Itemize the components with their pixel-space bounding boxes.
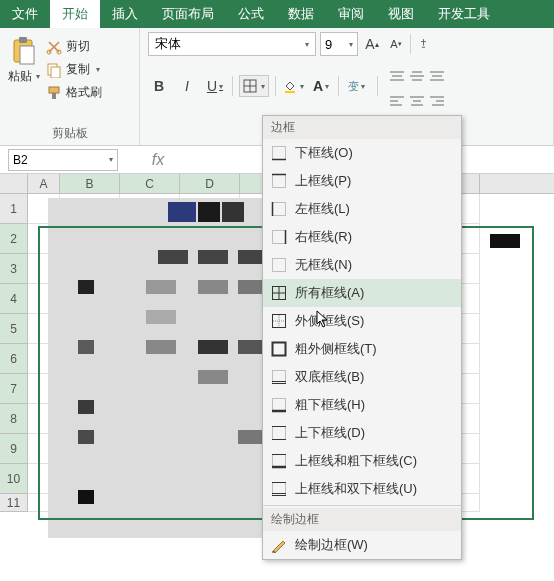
fill-color-button[interactable]: ▾ — [282, 75, 304, 97]
border-button[interactable]: ▾ — [239, 75, 269, 97]
tab-layout[interactable]: 页面布局 — [150, 0, 226, 28]
clipboard-group-label: 剪贴板 — [8, 125, 131, 145]
fx-button[interactable]: fx — [148, 149, 168, 171]
svg-rect-50 — [273, 399, 286, 412]
select-all-corner[interactable] — [0, 174, 28, 193]
border-section-header: 边框 — [263, 116, 461, 139]
border-menu-bottom[interactable]: 下框线(O) — [263, 139, 461, 167]
phonetic-button[interactable] — [410, 34, 430, 54]
tab-review[interactable]: 审阅 — [326, 0, 376, 28]
tab-insert[interactable]: 插入 — [100, 0, 150, 28]
menu-tabs: 文件 开始 插入 页面布局 公式 数据 审阅 视图 开发工具 — [0, 0, 554, 28]
align-right-icon[interactable] — [428, 94, 446, 108]
draw-border-section-header: 绘制边框 — [263, 508, 461, 531]
svg-rect-46 — [273, 343, 286, 356]
row-header-2[interactable]: 2 — [0, 224, 28, 254]
svg-rect-1 — [19, 37, 27, 43]
border-menu-topthickbottom[interactable]: 上框线和粗下框线(C) — [263, 447, 461, 475]
svg-rect-12 — [285, 91, 295, 93]
svg-rect-37 — [273, 231, 286, 244]
align-left-icon[interactable] — [388, 94, 406, 108]
border-menu-left[interactable]: 左框线(L) — [263, 195, 461, 223]
border-menu-all[interactable]: 所有框线(A) — [263, 279, 461, 307]
tab-data[interactable]: 数据 — [276, 0, 326, 28]
svg-rect-7 — [49, 87, 59, 93]
svg-rect-8 — [52, 93, 56, 99]
font-color-button[interactable]: A▾ — [310, 75, 332, 97]
pinyin-button[interactable]: 变▾ — [345, 75, 367, 97]
border-menu-thickbottom[interactable]: 粗下框线(H) — [263, 391, 461, 419]
bold-button[interactable]: B — [148, 75, 170, 97]
align-bottom-icon[interactable] — [428, 70, 446, 84]
svg-rect-31 — [273, 147, 286, 160]
border-menu-outer[interactable]: 外侧框线(S) — [263, 307, 461, 335]
col-header-D[interactable]: D — [180, 174, 240, 193]
row-header-11[interactable]: 11 — [0, 494, 28, 512]
copy-button[interactable]: 复制▾ — [46, 61, 102, 78]
row-header-4[interactable]: 4 — [0, 284, 28, 314]
copy-icon — [46, 62, 62, 78]
row-header-3[interactable]: 3 — [0, 254, 28, 284]
row-header-8[interactable]: 8 — [0, 404, 28, 434]
bucket-icon — [282, 78, 298, 94]
border-menu-draw[interactable]: 绘制边框(W) — [263, 531, 461, 559]
pin-icon — [417, 36, 430, 52]
col-header-B[interactable]: B — [60, 174, 120, 193]
name-box[interactable]: B2▾ — [8, 149, 118, 171]
border-menu-top[interactable]: 上框线(P) — [263, 167, 461, 195]
tab-formula[interactable]: 公式 — [226, 0, 276, 28]
row-header-10[interactable]: 10 — [0, 464, 28, 494]
align-middle-icon[interactable] — [408, 70, 426, 84]
tab-file[interactable]: 文件 — [0, 0, 50, 28]
tab-view[interactable]: 视图 — [376, 0, 426, 28]
italic-button[interactable]: I — [176, 75, 198, 97]
border-menu-dblbottom[interactable]: 双底框线(B) — [263, 363, 461, 391]
col-header-A[interactable]: A — [28, 174, 60, 193]
align-top-icon[interactable] — [388, 70, 406, 84]
tab-dev[interactable]: 开发工具 — [426, 0, 502, 28]
col-header-C[interactable]: C — [120, 174, 180, 193]
row-header-9[interactable]: 9 — [0, 434, 28, 464]
obscured-content — [48, 198, 268, 538]
border-menu-right[interactable]: 右框线(R) — [263, 223, 461, 251]
underline-button[interactable]: U▾ — [204, 75, 226, 97]
border-menu-topdblbottom[interactable]: 上框线和双下框线(U) — [263, 475, 461, 503]
paste-label: 粘贴 — [8, 68, 32, 85]
paste-button[interactable]: 粘贴▾ — [8, 32, 40, 101]
border-icon — [243, 79, 257, 93]
brush-icon — [46, 85, 62, 101]
svg-rect-33 — [273, 175, 286, 188]
border-menu-thick[interactable]: 粗外侧框线(T) — [263, 335, 461, 363]
row-header-6[interactable]: 6 — [0, 344, 28, 374]
increase-font-button[interactable]: A▴ — [362, 34, 382, 54]
scissors-icon — [46, 39, 62, 55]
svg-rect-35 — [273, 203, 286, 216]
cut-button[interactable]: 剪切 — [46, 38, 102, 55]
svg-rect-55 — [273, 455, 286, 468]
tab-home[interactable]: 开始 — [50, 0, 100, 28]
font-size-select[interactable]: 9▾ — [320, 32, 358, 56]
svg-rect-39 — [273, 259, 286, 272]
row-header-7[interactable]: 7 — [0, 374, 28, 404]
svg-rect-2 — [20, 46, 34, 64]
border-menu-none[interactable]: 无框线(N) — [263, 251, 461, 279]
svg-rect-6 — [51, 67, 60, 78]
svg-rect-52 — [273, 427, 286, 440]
format-painter-button[interactable]: 格式刷 — [46, 84, 102, 101]
border-menu-topbottom[interactable]: 上下框线(D) — [263, 419, 461, 447]
row-header-1[interactable]: 1 — [0, 194, 28, 224]
row-header-5[interactable]: 5 — [0, 314, 28, 344]
font-name-select[interactable]: 宋体▾ — [148, 32, 316, 56]
align-center-icon[interactable] — [408, 94, 426, 108]
border-dropdown: 边框 下框线(O)上框线(P)左框线(L)右框线(R)无框线(N)所有框线(A)… — [262, 115, 462, 560]
decrease-font-button[interactable]: A▾ — [386, 34, 406, 54]
paste-icon — [10, 36, 38, 66]
